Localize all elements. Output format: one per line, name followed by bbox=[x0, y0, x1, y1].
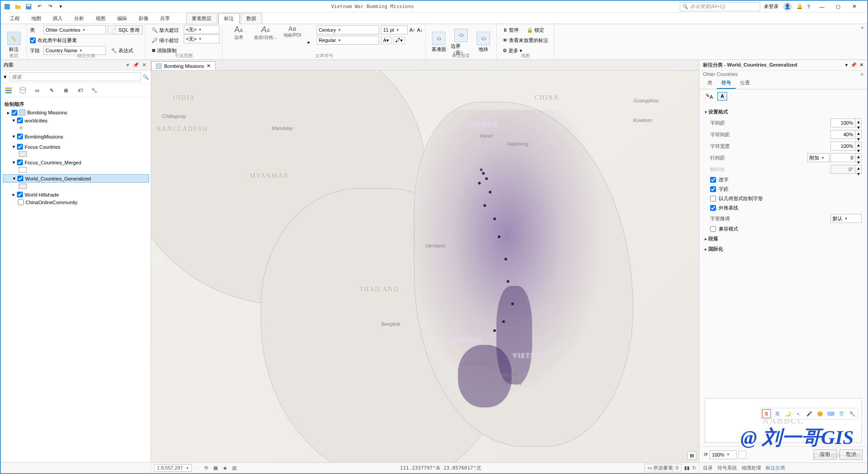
line-spacing-input[interactable] bbox=[830, 153, 855, 162]
toc-layer-world-countries[interactable]: ▾World_Countries_Generalized bbox=[3, 174, 149, 183]
ime-emoji-icon[interactable]: 😊 bbox=[816, 409, 825, 418]
toc-layer-hillshade[interactable]: ▸World Hillshade bbox=[3, 191, 149, 198]
rotate-icon[interactable]: ⟲ bbox=[204, 465, 208, 471]
save-icon[interactable] bbox=[24, 2, 33, 11]
ime-skin-icon[interactable]: 👕 bbox=[837, 409, 846, 418]
list-by-snapping-icon[interactable]: ⊞ bbox=[61, 85, 71, 95]
sql-query-button[interactable]: 📄SQL 查询 bbox=[108, 25, 143, 34]
rp-tab-symbol[interactable]: 符号 bbox=[717, 78, 736, 89]
search-icon[interactable]: 🔍 bbox=[143, 74, 149, 80]
zoom-reset-icon[interactable]: ⟳ bbox=[704, 452, 708, 457]
section-intl[interactable]: 国际化 bbox=[705, 244, 862, 254]
close-button[interactable]: ✕ bbox=[847, 2, 862, 12]
tab-labeling[interactable]: 标注 bbox=[218, 13, 240, 24]
contents-search-input[interactable] bbox=[9, 72, 141, 81]
geom-glyph-checkbox[interactable] bbox=[710, 196, 716, 201]
list-by-perception-icon[interactable]: 🔧 bbox=[89, 85, 99, 95]
ime-toolbox-icon[interactable]: 🔧 bbox=[848, 409, 857, 418]
signin-label[interactable]: 未登录 bbox=[764, 3, 779, 10]
notification-icon[interactable]: 🔔 bbox=[796, 4, 803, 9]
max-scale-dropdown[interactable]: <无>▼ bbox=[184, 25, 220, 34]
rp-tab-position[interactable]: 位置 bbox=[736, 78, 754, 89]
tab-view[interactable]: 视图 bbox=[90, 13, 111, 24]
zoom-beyond-button[interactable]: 🔍放大超过 bbox=[148, 25, 182, 34]
minimize-button[interactable]: — bbox=[814, 2, 830, 12]
map-options-icon[interactable]: ▤ bbox=[687, 451, 696, 460]
map-scale[interactable]: 1:8,557,297 ▾ bbox=[154, 464, 192, 472]
user-icon[interactable]: 👤 bbox=[783, 2, 792, 11]
font-size-dropdown[interactable]: 11 pt▼ bbox=[381, 25, 408, 34]
increase-font-icon[interactable]: A↑ bbox=[410, 27, 415, 33]
tab-share[interactable]: 共享 bbox=[155, 13, 175, 24]
view-unplaced-button[interactable]: 👁查看未放置的标注 bbox=[500, 36, 551, 45]
tab-data[interactable]: 数据 bbox=[241, 13, 262, 24]
qat-dropdown-icon[interactable]: ▾ bbox=[56, 2, 65, 11]
help-icon[interactable]: ? bbox=[807, 4, 810, 9]
panel-pin-icon[interactable]: 📌 bbox=[851, 62, 857, 68]
tab-edit[interactable]: 编辑 bbox=[112, 13, 132, 24]
decrease-font-icon[interactable]: A↓ bbox=[417, 27, 423, 33]
panel-menu-icon[interactable]: ≡ bbox=[861, 71, 864, 77]
redo-icon[interactable]: ↷ bbox=[46, 2, 55, 11]
refresh-icon[interactable]: ↻ bbox=[692, 465, 696, 471]
sb-tab-symbology[interactable]: 符号系统 bbox=[717, 465, 737, 471]
highlight-color-icon[interactable]: 🖍▾ bbox=[393, 37, 405, 44]
compat-mode-checkbox[interactable] bbox=[710, 226, 716, 232]
toc-layer-worldcities[interactable]: ▾worldcities bbox=[3, 117, 149, 124]
toc-layer-bombingmissions[interactable]: ▾BombingMissions bbox=[3, 133, 149, 140]
tab-analysis[interactable]: 分析 bbox=[69, 13, 89, 24]
list-by-source-icon[interactable] bbox=[18, 85, 28, 95]
selection-chip[interactable]: ▭ 所选要素: 0 bbox=[644, 464, 682, 472]
open-project-icon[interactable] bbox=[13, 2, 22, 11]
close-tab-icon[interactable]: ✕ bbox=[207, 63, 211, 69]
extrapolate-checkbox[interactable] bbox=[710, 205, 716, 211]
ribbon-collapse-icon[interactable]: ^ bbox=[858, 24, 867, 33]
word-spacing-input[interactable] bbox=[830, 118, 855, 127]
tab-project[interactable]: 工程 bbox=[4, 13, 25, 24]
letter-spacing-input[interactable] bbox=[830, 130, 855, 139]
sb-icon[interactable]: ▥ bbox=[232, 465, 237, 471]
min-scale-dropdown[interactable]: <无>▼ bbox=[184, 34, 220, 43]
pause-draw-icon[interactable]: ▮▮ bbox=[684, 465, 690, 471]
panel-close-icon[interactable]: ✕ bbox=[860, 62, 864, 68]
list-by-editing-icon[interactable]: ✎ bbox=[47, 85, 56, 95]
format-mode-icon[interactable]: A bbox=[717, 92, 727, 101]
ime-lang-icon[interactable]: 英 bbox=[773, 409, 782, 418]
sb-tab-labelclass[interactable]: 标注分类 bbox=[766, 465, 785, 471]
tab-map[interactable]: 地图 bbox=[26, 13, 47, 24]
class-dropdown[interactable]: Ohter Countries▼ bbox=[43, 25, 106, 34]
list-by-selection-icon[interactable]: ▭ bbox=[32, 85, 42, 95]
map-tab[interactable]: Bombing Missions ✕ bbox=[151, 61, 216, 70]
undo-icon[interactable]: ↶ bbox=[35, 2, 44, 11]
zoom-out-beyond-button[interactable]: 🔎缩小超过 bbox=[148, 36, 182, 45]
rp-tab-class[interactable]: 类 bbox=[703, 78, 717, 89]
preview-zoom-dropdown[interactable]: 100%▼ bbox=[710, 450, 737, 459]
tab-feature-layer[interactable]: 要素图层 bbox=[186, 13, 217, 24]
toc-map-frame[interactable]: ▸Bombing Missions bbox=[3, 109, 149, 117]
command-search[interactable]: 🔍 命令搜索(Alt+Q) bbox=[680, 2, 760, 11]
new-project-icon[interactable] bbox=[3, 2, 12, 11]
ime-punct-icon[interactable]: •, bbox=[794, 409, 803, 418]
glyph-hint-dropdown[interactable]: 默认▼ bbox=[830, 214, 862, 223]
lock-button[interactable]: 🔒锁定 bbox=[524, 25, 547, 34]
contents-dropdown-icon[interactable]: ▾ bbox=[124, 62, 132, 68]
tab-insert[interactable]: 插入 bbox=[47, 13, 68, 24]
list-by-drawing-icon[interactable] bbox=[4, 85, 13, 95]
style-gallery-arrow[interactable]: ▸ bbox=[306, 39, 312, 45]
ime-sogou-icon[interactable]: S bbox=[762, 409, 771, 418]
toc-layer-china-online[interactable]: ChinaOnlineCommunity bbox=[3, 198, 149, 206]
contents-close-icon[interactable]: ✕ bbox=[140, 62, 148, 68]
maximize-button[interactable]: ▢ bbox=[830, 2, 846, 12]
panel-dropdown-icon[interactable]: ▾ bbox=[845, 62, 848, 68]
contents-pin-icon[interactable]: 📌 bbox=[132, 62, 140, 68]
ime-moon-icon[interactable]: 🌙 bbox=[783, 409, 792, 418]
section-format[interactable]: 设置格式 bbox=[705, 107, 862, 117]
ime-mic-icon[interactable]: 🎤 bbox=[805, 409, 814, 418]
sb-tab-catalog[interactable]: 目录 bbox=[703, 465, 713, 471]
sb-icon[interactable]: ◈ bbox=[223, 465, 227, 471]
ime-keyboard-icon[interactable]: ⌨ bbox=[826, 409, 835, 418]
ligatures-checkbox[interactable] bbox=[710, 177, 716, 183]
font-style-dropdown[interactable]: Regular▼ bbox=[317, 36, 379, 45]
general-mode-icon[interactable]: ✎A bbox=[704, 92, 715, 101]
letter-width-input[interactable] bbox=[830, 142, 855, 151]
